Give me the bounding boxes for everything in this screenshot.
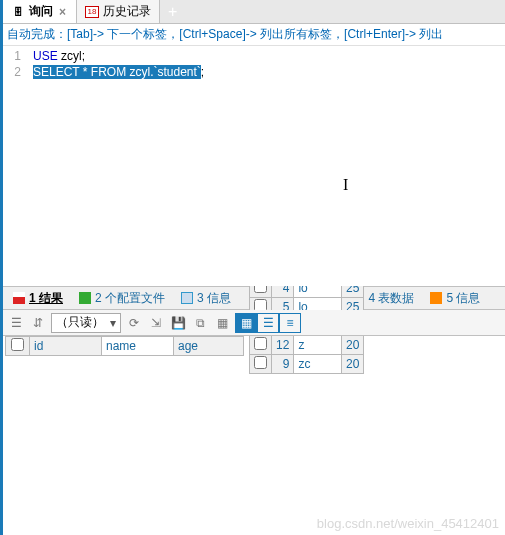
refresh-icon[interactable]: ⟳ — [125, 314, 143, 332]
info-icon — [181, 292, 193, 304]
col-name[interactable]: name — [102, 336, 174, 356]
form-view-icon[interactable]: ☰ — [257, 313, 279, 333]
watermark: blog.csdn.net/weixin_45412401 — [317, 516, 499, 531]
view-toggle: ▦ ☰ ≡ — [235, 313, 301, 333]
calendar-icon: 18 — [85, 6, 99, 18]
result-icon — [13, 292, 25, 304]
save-icon[interactable]: 💾 — [169, 314, 187, 332]
text-view-icon[interactable]: ≡ — [279, 313, 301, 333]
tab-history-label: 历史记录 — [103, 3, 151, 20]
code-area[interactable]: USE zcyl; SELECT * FROM zcyl.`student`; — [25, 46, 505, 286]
grid-view-icon[interactable]: ▦ — [235, 313, 257, 333]
profile-icon — [79, 292, 91, 304]
col-age[interactable]: age — [174, 336, 244, 356]
result-toolbar: ☰ ⇵ （只读） ▾ ⟳ ⇲ 💾 ⧉ ▦ ▦ ☰ ≡ — [3, 310, 505, 336]
add-tab-button[interactable]: + — [160, 3, 185, 21]
tab-info-3[interactable]: 3 信息 — [173, 287, 239, 309]
info-icon — [430, 292, 442, 304]
tab-tabledata[interactable]: 1zhangs212lis243jk244lo255lo256JK2212z20… — [239, 287, 422, 309]
readonly-select[interactable]: （只读） ▾ — [51, 313, 121, 333]
col-id[interactable]: id — [30, 336, 102, 356]
copy-icon[interactable]: ⧉ — [191, 314, 209, 332]
header-checkbox[interactable] — [6, 336, 30, 356]
editor-tabs: 🗄 询问 × 18 历史记录 + — [3, 0, 505, 24]
tab-result-1[interactable]: 1 结果 — [5, 287, 71, 309]
tab-info-5[interactable]: 5 信息 — [422, 287, 488, 309]
sql-icon: 🗄 — [11, 5, 25, 19]
tab-query[interactable]: 🗄 询问 × — [3, 0, 77, 23]
sql-editor[interactable]: 1 2 USE zcyl; SELECT * FROM zcyl.`studen… — [3, 46, 505, 286]
close-icon[interactable]: × — [57, 5, 68, 19]
result-grid: id name age — [5, 336, 244, 356]
tab-profiles[interactable]: 2 个配置文件 — [71, 287, 173, 309]
delete-icon[interactable]: ▦ — [213, 314, 231, 332]
sort-icon[interactable]: ⇵ — [29, 314, 47, 332]
export-icon[interactable]: ⇲ — [147, 314, 165, 332]
result-tabstrip: 1 结果 2 个配置文件 3 信息 1zhangs212lis243jk244l… — [3, 286, 505, 310]
tab-history[interactable]: 18 历史记录 — [77, 0, 160, 23]
tab-query-label: 询问 — [29, 3, 53, 20]
autocomplete-hint: 自动完成：[Tab]-> 下一个标签，[Ctrl+Space]-> 列出所有标签… — [3, 24, 505, 46]
line-gutter: 1 2 — [3, 46, 25, 286]
filter-icon[interactable]: ☰ — [7, 314, 25, 332]
text-cursor-icon: I — [343, 176, 348, 194]
readonly-label: （只读） — [56, 314, 104, 331]
chevron-down-icon: ▾ — [104, 316, 116, 330]
